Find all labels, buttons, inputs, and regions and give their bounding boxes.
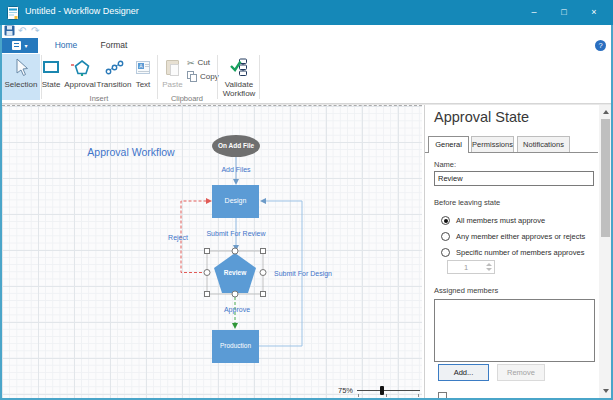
connector-add-files-arrow — [233, 179, 239, 185]
node-design[interactable] — [212, 185, 259, 218]
resize-handle-n[interactable] — [232, 248, 238, 254]
tab-notifications[interactable]: Notifications — [517, 136, 570, 152]
group-label-clipboard: Clipboard — [157, 94, 217, 103]
resize-handle-s[interactable] — [232, 291, 238, 297]
remove-member-button[interactable]: Remove — [497, 364, 545, 381]
redo-icon[interactable]: ↷ — [31, 25, 39, 37]
tab-permissions[interactable]: Permissions — [471, 136, 514, 152]
help-icon[interactable]: ? — [595, 40, 606, 51]
radio-button-icon — [441, 248, 450, 257]
diagram-canvas[interactable]: Approval Workflow — [2, 105, 422, 398]
window-border-left — [0, 25, 2, 400]
scissors-icon: ✂ — [187, 58, 195, 68]
tab-home[interactable]: Home — [44, 38, 88, 53]
radio-all-members[interactable]: All members must approve — [441, 214, 545, 227]
undo-icon[interactable]: ↶ — [18, 25, 26, 37]
minimize-button[interactable]: – — [526, 3, 542, 21]
text-icon: A — [136, 54, 150, 80]
selection-arrow-icon — [14, 54, 29, 80]
file-menu-icon — [12, 41, 21, 50]
spinner-down-icon[interactable] — [486, 268, 492, 271]
file-menu-button[interactable]: ▾ — [2, 38, 38, 53]
resize-handle-w[interactable] — [204, 270, 210, 276]
zoom-slider-track[interactable] — [357, 390, 420, 391]
resize-handle-e[interactable] — [260, 270, 266, 276]
panel-title: Approval State — [434, 109, 529, 125]
zoom-tick — [386, 394, 387, 397]
resize-handle-ne[interactable] — [261, 249, 266, 254]
scrollbar-thumb[interactable] — [601, 119, 610, 237]
close-button[interactable]: × — [586, 3, 602, 21]
approval-pentagon-icon — [70, 54, 90, 80]
scroll-up-icon[interactable] — [603, 110, 609, 114]
radio-any-member[interactable]: Any member either approves or rejects — [441, 230, 585, 243]
selection-tool-button[interactable]: Selection — [2, 54, 40, 100]
paste-clipboard-icon — [166, 54, 179, 80]
validate-workflow-icon — [229, 54, 250, 80]
save-icon[interactable] — [4, 25, 15, 37]
copy-pages-icon — [187, 71, 197, 82]
window-title: Untitled - Workflow Designer — [25, 6, 139, 16]
resize-handle-nw[interactable] — [205, 249, 210, 254]
assigned-members-list[interactable] — [434, 299, 595, 362]
ribbon: Selection State Approval — [0, 53, 613, 103]
tab-general[interactable]: General — [428, 136, 469, 153]
diagram-layer — [2, 106, 422, 398]
cut-button[interactable]: ✂ Cut — [187, 56, 210, 69]
name-input[interactable] — [434, 171, 594, 186]
transition-chain-icon — [105, 54, 124, 80]
node-on-add-file[interactable] — [212, 135, 260, 157]
properties-panel: Approval State General Permissions Notif… — [424, 105, 611, 398]
spinner-up-icon[interactable] — [486, 263, 492, 266]
caret-down-icon: ▾ — [24, 42, 27, 49]
resize-handle-sw[interactable] — [205, 292, 210, 297]
before-leaving-state-label: Before leaving state — [434, 198, 500, 207]
group-separator — [259, 55, 260, 99]
node-production[interactable] — [212, 330, 259, 363]
app-icon — [7, 6, 19, 20]
zoom-tick — [358, 394, 359, 397]
connector-approve-arrow — [232, 323, 238, 329]
validate-workflow-button[interactable]: Validate Workflow — [218, 54, 260, 100]
connector-reject[interactable] — [181, 201, 207, 273]
group-separator — [157, 55, 158, 99]
name-label: Name: — [434, 160, 456, 169]
resize-handle-se[interactable] — [261, 292, 266, 297]
panel-scrollbar[interactable] — [599, 105, 611, 398]
add-member-button[interactable]: Add... — [438, 364, 489, 381]
copy-button[interactable]: Copy — [187, 70, 219, 83]
title-bar: Untitled - Workflow Designer – □ × — [0, 0, 613, 25]
group-label-insert: Insert — [41, 94, 157, 103]
spinner-value: 1 — [448, 263, 484, 272]
zoom-percentage: 75% — [329, 386, 353, 395]
radio-button-icon — [441, 232, 450, 241]
radio-button-icon — [441, 216, 450, 225]
scroll-down-icon[interactable] — [603, 389, 609, 393]
connector-reject-arrow — [206, 198, 212, 204]
app-window: Untitled - Workflow Designer – □ × ↶ ↷ ▾… — [0, 0, 613, 400]
node-review[interactable] — [214, 253, 256, 293]
radio-specific-number[interactable]: Specific number of members approves — [441, 246, 584, 259]
maximize-button[interactable]: □ — [556, 3, 572, 21]
ribbon-tab-row: ▾ Home Format ? — [0, 38, 613, 53]
members-count-spinner[interactable]: 1 — [447, 260, 495, 274]
quick-access-toolbar: ↶ ↷ — [0, 25, 613, 38]
tab-format[interactable]: Format — [90, 38, 138, 53]
assigned-members-label: Assigned members — [434, 286, 498, 295]
state-icon — [43, 54, 59, 80]
connector-submit-for-design-arrow — [260, 198, 266, 204]
zoom-slider-thumb[interactable] — [380, 386, 384, 395]
zoom-tick — [418, 394, 419, 397]
